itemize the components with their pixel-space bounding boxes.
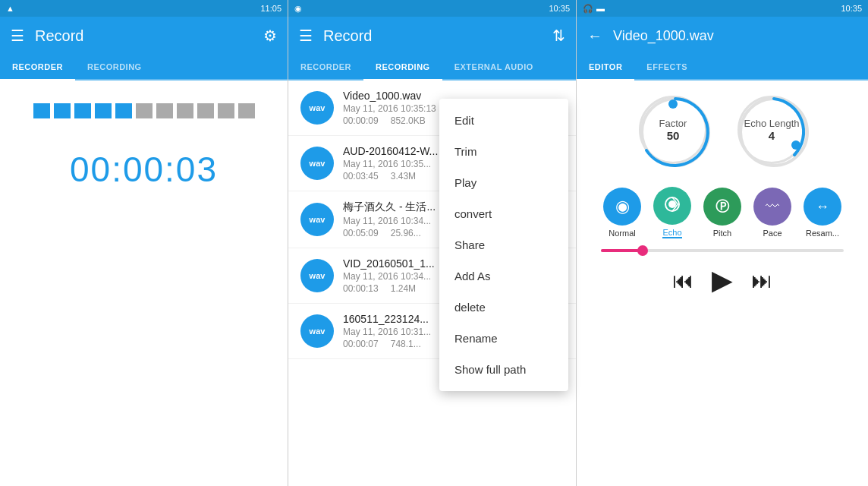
pace-icon: 〰 (766, 199, 779, 215)
tabs-1: RECORDER RECORDING (0, 55, 288, 80)
wave-bar-3 (95, 103, 112, 118)
status-left-3: 🎧 ▬ (583, 4, 605, 14)
pace-label: Pace (763, 229, 782, 238)
context-menu-add-as[interactable]: Add As (439, 260, 568, 292)
recording-size-2: 3.43M (391, 171, 416, 181)
resample-icon: ↔ (816, 199, 829, 215)
recording-size-3: 25.96... (391, 228, 421, 238)
status-time-2: 10:35 (549, 4, 570, 13)
context-menu-convert[interactable]: convert (439, 198, 568, 229)
wave-bar-6 (156, 103, 173, 118)
playback-slider[interactable] (601, 249, 844, 252)
tab-recording-2[interactable]: RECORDING (363, 55, 442, 79)
wav-badge-2: wav (300, 147, 334, 180)
factor-knob-dot (668, 99, 678, 109)
pace-effect-btn[interactable]: 〰 (753, 188, 791, 226)
wave-bar-8 (197, 103, 214, 118)
menu-icon-2[interactable]: ☰ (299, 27, 313, 45)
recording-duration-5: 00:00:07 (343, 339, 379, 349)
recorder-body: 00:00:03 (0, 80, 288, 486)
context-menu-rename[interactable]: Rename (439, 323, 568, 354)
recording-size-1: 852.0KB (391, 115, 426, 126)
context-menu: Edit Trim Play convert Share Add As dele… (439, 99, 568, 391)
context-menu-show-full-path[interactable]: Show full path (439, 354, 568, 385)
status-left-2: ◉ (294, 4, 302, 14)
status-dot-icon: ◉ (294, 4, 302, 14)
wav-badge-1: wav (300, 91, 334, 125)
playback-thumb (637, 245, 648, 256)
echo-length-knob-container: Echo Length 4 (737, 96, 806, 164)
echo-length-knob-dot (791, 140, 800, 150)
svg-point-1 (741, 99, 807, 166)
status-right-2: 10:35 (549, 4, 570, 13)
wav-badge-4: wav (300, 259, 334, 292)
echo-length-knob-arc (737, 96, 810, 169)
toolbar-title-3: Video_1000.wav (613, 28, 857, 44)
toolbar-1: ☰ Record ⚙ (0, 17, 288, 55)
status-right-1: 11:05 (260, 4, 281, 13)
menu-icon-1[interactable]: ☰ (11, 27, 24, 45)
wave-bar-9 (218, 103, 234, 118)
tab-recorder-1[interactable]: RECORDER (0, 55, 75, 79)
status-left-1: ▲ (6, 4, 14, 13)
resample-effect-btn[interactable]: ↔ (804, 188, 841, 226)
context-menu-share[interactable]: Share (439, 229, 568, 260)
context-menu-play[interactable]: Play (439, 167, 568, 198)
normal-effect-btn[interactable]: ◉ (603, 188, 641, 226)
pitch-effect-btn[interactable]: Ⓟ (703, 188, 741, 226)
echo-length-knob[interactable]: Echo Length 4 (737, 96, 806, 164)
recording-duration-2: 00:03:45 (343, 171, 379, 181)
effect-normal: ◉ Normal (603, 188, 641, 238)
back-icon[interactable]: ← (587, 27, 602, 45)
signal-bar-icon: ▬ (596, 4, 605, 13)
wave-bar-0 (33, 103, 50, 118)
context-menu-delete[interactable]: delete (439, 292, 568, 323)
tab-external-audio[interactable]: EXTERNAL AUDIO (442, 55, 546, 79)
wave-bar-2 (74, 103, 91, 118)
context-menu-edit[interactable]: Edit (439, 105, 568, 136)
recorder-panel: ▲ 11:05 ☰ Record ⚙ RECORDER RECORDING (0, 0, 288, 486)
rewind-button[interactable]: ⏮ (672, 268, 693, 293)
waveform-bars (33, 103, 255, 118)
tab-recorder-2[interactable]: RECORDER (288, 55, 363, 79)
toolbar-3: ← Video_1000.wav (577, 17, 868, 55)
effect-pace: 〰 Pace (753, 188, 791, 238)
wave-bar-5 (136, 103, 153, 118)
status-time-3: 10:35 (841, 4, 862, 13)
timer-display: 00:00:03 (70, 149, 218, 190)
play-button[interactable]: ▶ (712, 264, 733, 296)
settings-icon[interactable]: ⚙ (263, 27, 277, 45)
editor-body: Factor 50 Echo Length 4 (577, 80, 868, 486)
recording-duration-4: 00:00:13 (343, 283, 379, 294)
context-menu-trim[interactable]: Trim (439, 136, 568, 167)
fast-forward-button[interactable]: ⏭ (751, 268, 772, 293)
status-right-3: 10:35 (841, 4, 862, 13)
recording-size-4: 1.24M (391, 283, 416, 294)
echo-label: Echo (662, 228, 681, 238)
tab-editor[interactable]: EDITOR (577, 55, 634, 79)
wav-badge-5: wav (300, 314, 334, 348)
factor-knob[interactable]: Factor 50 (639, 96, 707, 164)
svg-point-3 (668, 200, 676, 208)
tab-recording-1[interactable]: RECORDING (75, 55, 154, 79)
normal-icon: ◉ (615, 197, 630, 216)
transport-controls: ⏮ ▶ ⏭ (672, 264, 772, 296)
tabs-3: EDITOR EFFECTS (577, 55, 868, 80)
status-signal-icon: ▲ (6, 4, 14, 13)
toolbar-title-1: Record (35, 27, 253, 45)
recording-panel: ◉ 10:35 ☰ Record ⇅ RECORDER RECORDING EX… (288, 0, 577, 486)
toolbar-2: ☰ Record ⇅ (288, 17, 576, 55)
playback-progress (601, 249, 639, 252)
filter-icon[interactable]: ⇅ (552, 27, 565, 45)
tab-effects[interactable]: EFFECTS (634, 55, 700, 79)
toolbar-title-2: Record (323, 27, 542, 45)
effect-pitch: Ⓟ Pitch (703, 188, 741, 238)
echo-effect-btn[interactable] (653, 187, 691, 225)
status-bar-3: 🎧 ▬ 10:35 (577, 0, 868, 17)
wave-bar-10 (238, 103, 255, 118)
recording-size-5: 748.1... (391, 339, 421, 349)
headphone-icon: 🎧 (583, 4, 593, 14)
wave-bar-4 (115, 103, 132, 118)
editor-panel: 🎧 ▬ 10:35 ← Video_1000.wav EDITOR EFFECT… (577, 0, 868, 486)
pitch-icon: Ⓟ (715, 197, 729, 216)
